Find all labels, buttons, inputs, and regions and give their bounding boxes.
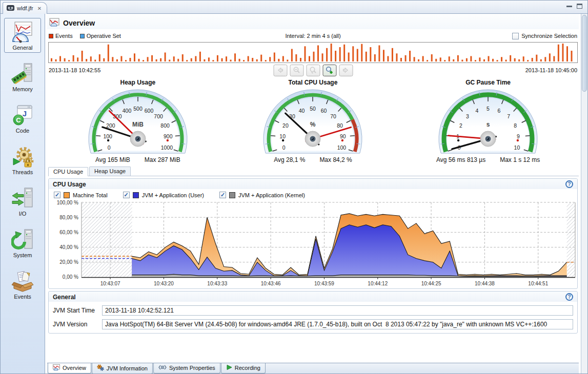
svg-text:10:43:46: 10:43:46	[261, 281, 281, 286]
bottom-tab-label: Overview	[63, 365, 86, 371]
synchronize-selection-checkbox[interactable]	[512, 33, 519, 39]
machine-total-checkbox[interactable]: ✓	[54, 192, 60, 198]
jvm-start-time-field[interactable]	[102, 305, 573, 316]
heap-avg-value: Avg 165 MiB	[95, 156, 130, 163]
timeline-dates-row: 2013-11-18 10:42:55	[47, 63, 579, 77]
svg-text:500: 500	[133, 106, 143, 112]
page-header: Overview	[47, 14, 579, 29]
machine-total-swatch	[64, 192, 70, 198]
sidebar-item-memory[interactable]: Memory	[4, 59, 41, 94]
minimize-icon[interactable]	[566, 5, 572, 7]
general-gauge-chart-icon	[6, 20, 39, 44]
jvm-kernel-checkbox[interactable]: ✓	[219, 192, 226, 198]
svg-text:50: 50	[310, 106, 316, 112]
help-icon[interactable]: ?	[565, 293, 573, 301]
scrollbar-thumb[interactable]	[582, 15, 587, 92]
cpu-usage-section-title: CPU Usage	[53, 181, 86, 188]
svg-text:6: 6	[498, 108, 501, 114]
maximize-icon[interactable]	[577, 4, 582, 9]
sidebar-item-system[interactable]: System	[4, 225, 41, 260]
heap-usage-dial: 01002003004005006007008009001000MiB	[61, 88, 215, 155]
jvm-version-field[interactable]	[102, 319, 573, 329]
svg-text:100: 100	[337, 144, 347, 151]
sidebar-item-threads[interactable]: Threads	[4, 142, 41, 177]
pan-right-button[interactable]	[339, 65, 353, 76]
zoom-in-button[interactable]	[322, 65, 336, 76]
sidebar-item-label: General	[6, 45, 39, 51]
gauges-row: Heap Usage 01002003004005006007008009001…	[47, 77, 579, 164]
jvm-start-time-row: JVM Start Time	[53, 305, 573, 316]
svg-text:90: 90	[340, 133, 346, 139]
editor-tab-wldf-jfr[interactable]: wldf.jfr ✕	[3, 2, 47, 14]
machine-total-legend-item: ✓ Machine Total	[54, 192, 108, 198]
svg-text:400: 400	[123, 108, 132, 114]
svg-text:10:43:59: 10:43:59	[314, 281, 334, 286]
jvm-version-label: JVM Version	[53, 321, 102, 328]
cpu-avg-value: Avg 28,1 %	[274, 156, 305, 163]
sidebar-item-label: Code	[6, 128, 39, 134]
operative-set-swatch	[80, 34, 85, 38]
events-box-icon	[6, 269, 39, 293]
svg-text:4: 4	[476, 108, 479, 114]
tab-cpu-usage[interactable]: CPU Usage	[48, 167, 88, 176]
zoom-out-button[interactable]	[290, 65, 303, 76]
gauge-title: Heap Usage	[61, 79, 215, 88]
recording-tab-icon	[226, 364, 232, 371]
svg-text:80,00 %: 80,00 %	[59, 215, 78, 220]
pan-left-button[interactable]	[273, 65, 287, 76]
detail-tabs: CPU Usage Heap Usage	[48, 166, 579, 176]
svg-text:100: 100	[103, 133, 112, 139]
bottom-tab-system-properties[interactable]: System Properties	[153, 363, 220, 373]
svg-text:0,00 %: 0,00 %	[63, 274, 78, 280]
svg-text:10:43:20: 10:43:20	[154, 281, 174, 286]
events-timeline-chart[interactable]	[48, 42, 578, 63]
svg-text:10: 10	[280, 133, 286, 139]
overview-icon	[49, 18, 59, 29]
zoom-out-selection-button[interactable]	[306, 65, 320, 76]
vertical-scrollbar[interactable]	[581, 14, 587, 374]
close-icon[interactable]: ✕	[37, 6, 42, 11]
editor-tab-strip: wldf.jfr ✕	[1, 1, 587, 14]
general-section: General ? JVM Start Time JVM Version	[48, 291, 578, 334]
help-icon[interactable]: ?	[565, 180, 573, 188]
threads-gears-icon	[6, 145, 39, 169]
svg-text:J: J	[23, 109, 27, 118]
timeline-start-time: 2013-11-18 10:42:55	[49, 67, 100, 73]
svg-text:s: s	[486, 121, 490, 128]
overview-tab-icon	[53, 364, 60, 371]
svg-text:5: 5	[486, 106, 490, 112]
sidebar: General Memory JC Code Threads	[1, 14, 45, 374]
system-refresh-icon	[6, 228, 39, 252]
sidebar-item-general[interactable]: General	[4, 18, 41, 53]
jvm-user-label: JVM + Application (User)	[142, 192, 204, 198]
operative-set-legend-item: Operative Set	[80, 33, 121, 39]
synchronize-selection-label: Synchronize Selection	[521, 33, 577, 39]
jvm-user-checkbox[interactable]: ✓	[123, 192, 130, 198]
svg-text:40: 40	[299, 108, 305, 114]
jvm-version-row: JVM Version	[53, 319, 573, 329]
bottom-tab-recording[interactable]: Recording	[221, 363, 266, 373]
general-section-title: General	[53, 294, 76, 301]
svg-text:0: 0	[108, 144, 111, 151]
sidebar-item-code[interactable]: JC Code	[4, 101, 41, 136]
jvm-kernel-legend-item: ✓ JVM + Application (Kernel)	[219, 192, 305, 198]
bottom-tab-overview[interactable]: Overview	[48, 363, 91, 373]
synchronize-selection[interactable]: Synchronize Selection	[512, 33, 577, 39]
svg-text:900: 900	[164, 133, 173, 139]
svg-text:C: C	[16, 116, 21, 124]
jvm-information-tab-icon	[97, 364, 104, 372]
flight-recording-icon	[7, 5, 14, 12]
svg-text:7: 7	[507, 113, 510, 119]
operative-set-legend-label: Operative Set	[87, 33, 121, 39]
system-properties-tab-icon	[158, 364, 167, 371]
sidebar-item-events[interactable]: Events	[4, 267, 41, 302]
sidebar-item-io[interactable]: I/O	[4, 184, 41, 219]
tab-heap-usage[interactable]: Heap Usage	[89, 167, 131, 176]
events-swatch	[49, 34, 53, 38]
gc-pause-dial: 012345678910s	[411, 88, 565, 155]
svg-text:70: 70	[331, 113, 337, 119]
bottom-tab-jvm-information[interactable]: JVM Information	[92, 363, 153, 374]
svg-text:9: 9	[517, 133, 520, 139]
cpu-usage-chart[interactable]: 100,00 %80,00 %60,00 %40,00 %20,00 %0,00…	[49, 199, 577, 288]
svg-text:0: 0	[282, 144, 286, 151]
